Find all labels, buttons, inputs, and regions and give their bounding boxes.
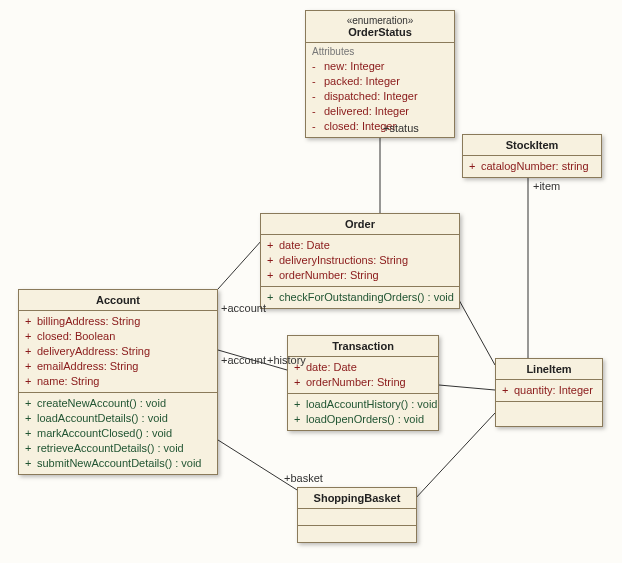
enum-literal: -new: Integer: [312, 59, 448, 74]
attribute: +date: Date: [294, 360, 432, 375]
operation: +retrieveAccountDetails() : void: [25, 441, 211, 456]
attribute: +orderNumber: String: [267, 268, 453, 283]
class-name: Account: [96, 294, 140, 306]
operation: +loadAccountHistory() : void: [294, 397, 432, 412]
operation: +checkForOutstandingOrders() : void: [267, 290, 453, 305]
class-header: «enumeration» OrderStatus: [306, 11, 454, 43]
uml-diagram: «enumeration» OrderStatus Attributes -ne…: [0, 0, 622, 563]
stereotype-label: «enumeration»: [312, 15, 448, 26]
class-account[interactable]: Account +billingAddress: String +closed:…: [18, 289, 218, 475]
operations-section: +createNewAccount() : void +loadAccountD…: [19, 392, 217, 474]
class-name: OrderStatus: [312, 26, 448, 38]
class-name: Order: [345, 218, 375, 230]
class-name: StockItem: [506, 139, 559, 151]
attribute: +deliveryInstructions: String: [267, 253, 453, 268]
operations-section: [298, 525, 416, 542]
class-header: Account: [19, 290, 217, 311]
attribute: +closed: Boolean: [25, 329, 211, 344]
attributes-section: Attributes -new: Integer -packed: Intege…: [306, 43, 454, 137]
class-header: LineItem: [496, 359, 602, 380]
class-lineitem[interactable]: LineItem +quantity: Integer: [495, 358, 603, 427]
class-name: LineItem: [526, 363, 571, 375]
operation: +loadAccountDetails() : void: [25, 411, 211, 426]
attribute: +deliveryAddress: String: [25, 344, 211, 359]
svg-line-6: [218, 440, 305, 495]
role-label-account: +account: [221, 354, 266, 366]
attribute: +billingAddress: String: [25, 314, 211, 329]
class-name: Transaction: [332, 340, 394, 352]
class-orderstatus[interactable]: «enumeration» OrderStatus Attributes -ne…: [305, 10, 455, 138]
attributes-section: +date: Date +orderNumber: String: [288, 357, 438, 393]
operation: +loadOpenOrders() : void: [294, 412, 432, 427]
attribute: +name: String: [25, 374, 211, 389]
svg-line-2: [218, 240, 262, 289]
enum-literal: -closed: Integer: [312, 119, 448, 134]
role-label-basket: +basket: [284, 472, 323, 484]
role-label-history: +history: [267, 354, 306, 366]
class-header: Transaction: [288, 336, 438, 357]
attribute: +date: Date: [267, 238, 453, 253]
class-stockitem[interactable]: StockItem +catalogNumber: string: [462, 134, 602, 178]
enum-literal: -dispatched: Integer: [312, 89, 448, 104]
attribute: +orderNumber: String: [294, 375, 432, 390]
operation: +createNewAccount() : void: [25, 396, 211, 411]
attributes-section: [298, 508, 416, 525]
attributes-section: +date: Date +deliveryInstructions: Strin…: [261, 235, 459, 286]
attribute: +quantity: Integer: [502, 383, 596, 398]
class-shoppingbasket[interactable]: ShoppingBasket: [297, 487, 417, 543]
attribute: +catalogNumber: string: [469, 159, 595, 174]
operations-section: +loadAccountHistory() : void +loadOpenOr…: [288, 393, 438, 430]
class-transaction[interactable]: Transaction +date: Date +orderNumber: St…: [287, 335, 439, 431]
class-header: Order: [261, 214, 459, 235]
attributes-section: +catalogNumber: string: [463, 156, 601, 177]
operations-section: +checkForOutstandingOrders() : void: [261, 286, 459, 308]
class-name: ShoppingBasket: [314, 492, 401, 504]
attributes-section: +quantity: Integer: [496, 380, 602, 401]
svg-line-5: [439, 385, 495, 390]
attributes-section: +billingAddress: String +closed: Boolean…: [19, 311, 217, 392]
role-label-status: +status: [383, 122, 419, 134]
role-label-account: +account: [221, 302, 266, 314]
section-title: Attributes: [312, 46, 448, 57]
class-order[interactable]: Order +date: Date +deliveryInstructions:…: [260, 213, 460, 309]
operations-section: [496, 401, 602, 426]
role-label-item: +item: [533, 180, 560, 192]
enum-literal: -delivered: Integer: [312, 104, 448, 119]
svg-line-3: [459, 300, 495, 365]
class-header: ShoppingBasket: [298, 488, 416, 508]
enum-literal: -packed: Integer: [312, 74, 448, 89]
class-header: StockItem: [463, 135, 601, 156]
attribute: +emailAddress: String: [25, 359, 211, 374]
operation: +markAccountClosed() : void: [25, 426, 211, 441]
operation: +submitNewAccountDetails() : void: [25, 456, 211, 471]
